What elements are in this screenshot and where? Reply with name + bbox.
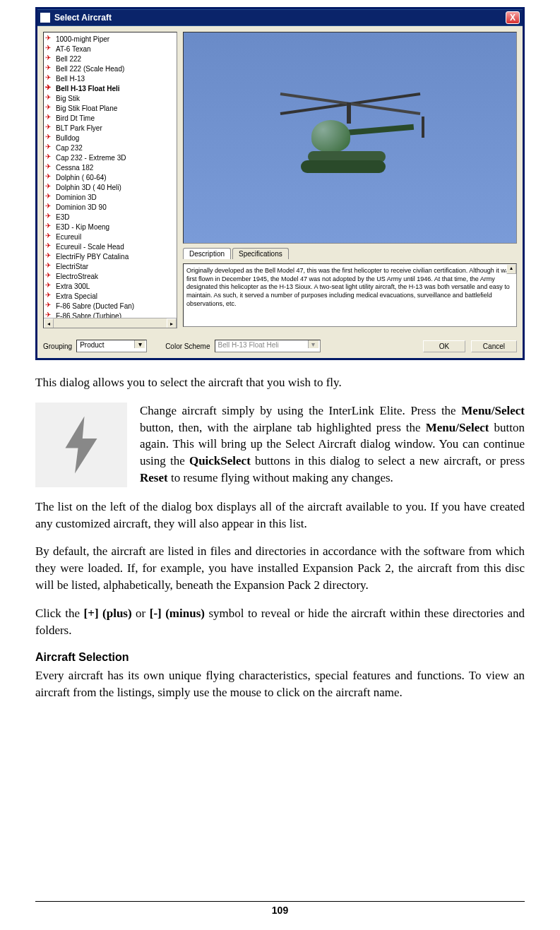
- aircraft-icon: [45, 124, 54, 131]
- close-button[interactable]: X: [506, 11, 520, 24]
- list-item[interactable]: BLT Park Flyer: [45, 123, 175, 133]
- list-item[interactable]: Cap 232: [45, 143, 175, 153]
- page-footer: 109: [35, 901, 525, 916]
- list-item[interactable]: Dolphin ( 60-64): [45, 172, 175, 182]
- color-scheme-dropdown[interactable]: Bell H-13 Float Heli: [215, 340, 321, 352]
- list-item[interactable]: Cap 232 - Extreme 3D: [45, 153, 175, 162]
- aircraft-name: Bird Dt Time: [56, 114, 95, 122]
- list-item[interactable]: ElectroStreak: [45, 271, 175, 281]
- list-item[interactable]: Bell 222 (Scale Head): [45, 64, 175, 73]
- aircraft-preview: [183, 32, 517, 244]
- aircraft-name: Extra 300L: [56, 282, 90, 290]
- aircraft-name: ElectriFly PBY Catalina: [56, 253, 129, 261]
- lightning-tip-icon: [35, 403, 127, 487]
- list-item[interactable]: AT-6 Texan: [45, 44, 175, 54]
- aircraft-name: ElectriStar: [56, 263, 88, 270]
- scroll-right-arrow[interactable]: ▸: [167, 318, 177, 328]
- cancel-button[interactable]: Cancel: [471, 340, 517, 352]
- aircraft-icon: [45, 273, 54, 280]
- ok-button[interactable]: OK: [423, 340, 465, 352]
- aircraft-icon: [45, 174, 54, 181]
- aircraft-icon: [45, 302, 54, 309]
- list-item[interactable]: Bell H-13 Float Heli: [45, 83, 175, 93]
- aircraft-icon: [45, 85, 54, 92]
- paragraph-list: The list on the left of the dialog box d…: [35, 499, 525, 532]
- list-item[interactable]: Dolphin 3D ( 40 Heli): [45, 182, 175, 192]
- aircraft-icon: [45, 95, 54, 102]
- aircraft-name: 1000-might Piper: [56, 35, 109, 43]
- paragraph-default: By default, the aircraft are listed in f…: [35, 543, 525, 593]
- list-item[interactable]: Bell 222: [45, 54, 175, 64]
- list-item[interactable]: Extra Special: [45, 291, 175, 301]
- paragraph-intro: This dialog allows you to select the air…: [35, 374, 525, 391]
- aircraft-icon: [45, 253, 54, 260]
- list-item[interactable]: Dominion 3D 90: [45, 202, 175, 212]
- list-item[interactable]: E3D - Kip Moeng: [45, 222, 175, 232]
- aircraft-icon: [45, 164, 54, 171]
- grouping-dropdown[interactable]: Product: [76, 340, 147, 352]
- aircraft-name: Bell H-13 Float Heli: [56, 85, 120, 93]
- aircraft-icon: [45, 203, 54, 210]
- aircraft-name: Big Stik: [56, 95, 80, 102]
- list-item[interactable]: F-86 Sabre (Ducted Fan): [45, 301, 175, 311]
- list-item[interactable]: Bell H-13: [45, 73, 175, 83]
- aircraft-icon: [45, 114, 54, 121]
- aircraft-icon: [45, 263, 54, 270]
- aircraft-icon: [45, 193, 54, 201]
- aircraft-name: Dominion 3D 90: [56, 203, 107, 211]
- aircraft-name: Cap 232: [56, 144, 83, 152]
- aircraft-icon: [45, 65, 54, 72]
- list-item[interactable]: Dominion 3D: [45, 192, 175, 202]
- paragraph-aircraft-selection: Every aircraft has its own unique flying…: [35, 667, 525, 701]
- aircraft-icon: [45, 154, 54, 161]
- aircraft-name: Bell 222 (Scale Head): [56, 65, 124, 73]
- horizontal-scrollbar[interactable]: ◂ ▸: [44, 318, 177, 328]
- list-item[interactable]: Bird Dt Time: [45, 113, 175, 123]
- list-item[interactable]: Ecureuil - Scale Head: [45, 242, 175, 251]
- grouping-label: Grouping: [43, 342, 72, 350]
- aircraft-name: Cap 232 - Extreme 3D: [56, 154, 126, 162]
- aircraft-name: BLT Park Flyer: [56, 124, 102, 132]
- aircraft-name: Cessna 182: [56, 164, 93, 172]
- list-item[interactable]: Big Stik Float Plane: [45, 103, 175, 113]
- section-heading-aircraft-selection: Aircraft Selection: [35, 650, 525, 665]
- aircraft-name: Big Stik Float Plane: [56, 105, 117, 112]
- aircraft-icon: [45, 213, 54, 220]
- list-item[interactable]: Cessna 182: [45, 162, 175, 172]
- aircraft-list[interactable]: 1000-might PiperAT-6 TexanBell 222Bell 2…: [43, 32, 177, 328]
- aircraft-name: Extra Special: [56, 292, 97, 300]
- aircraft-icon: [45, 35, 54, 42]
- aircraft-name: Dominion 3D: [56, 193, 97, 201]
- aircraft-name: Ecureuil: [56, 233, 81, 241]
- list-item[interactable]: Big Stik: [45, 93, 175, 103]
- tip-paragraph: Change aircraft simply by using the Inte…: [140, 403, 525, 487]
- aircraft-icon: [45, 233, 54, 240]
- list-item[interactable]: Bulldog: [45, 133, 175, 143]
- window-title: Select Aircraft: [54, 13, 112, 23]
- list-item[interactable]: Extra 300L: [45, 281, 175, 291]
- close-icon: X: [510, 13, 516, 23]
- list-item[interactable]: ElectriStar: [45, 261, 175, 271]
- list-item[interactable]: 1000-might Piper: [45, 34, 175, 44]
- titlebar[interactable]: Select Aircraft X: [37, 9, 523, 26]
- list-item[interactable]: ElectriFly PBY Catalina: [45, 251, 175, 261]
- page-number: 109: [35, 905, 525, 916]
- scroll-up-arrow[interactable]: ▴: [506, 264, 516, 274]
- aircraft-icon: [45, 75, 54, 82]
- aircraft-name: Bell H-13: [56, 75, 85, 83]
- tab-specifications[interactable]: Specifications: [232, 248, 289, 259]
- list-item[interactable]: E3D: [45, 212, 175, 222]
- aircraft-icon: [45, 55, 54, 62]
- aircraft-name: Dolphin ( 60-64): [56, 174, 107, 181]
- aircraft-icon: [45, 45, 54, 52]
- description-text: Originally developed as the Bell Model 4…: [183, 263, 517, 327]
- list-item[interactable]: Ecureuil: [45, 232, 175, 242]
- helicopter-render: [273, 95, 428, 180]
- window-icon: [40, 13, 50, 23]
- aircraft-icon: [45, 184, 54, 191]
- aircraft-name: ElectroStreak: [56, 273, 98, 280]
- scroll-left-arrow[interactable]: ◂: [44, 318, 54, 328]
- tab-description[interactable]: Description: [183, 248, 231, 259]
- aircraft-icon: [45, 144, 54, 151]
- aircraft-name: E3D: [56, 213, 69, 221]
